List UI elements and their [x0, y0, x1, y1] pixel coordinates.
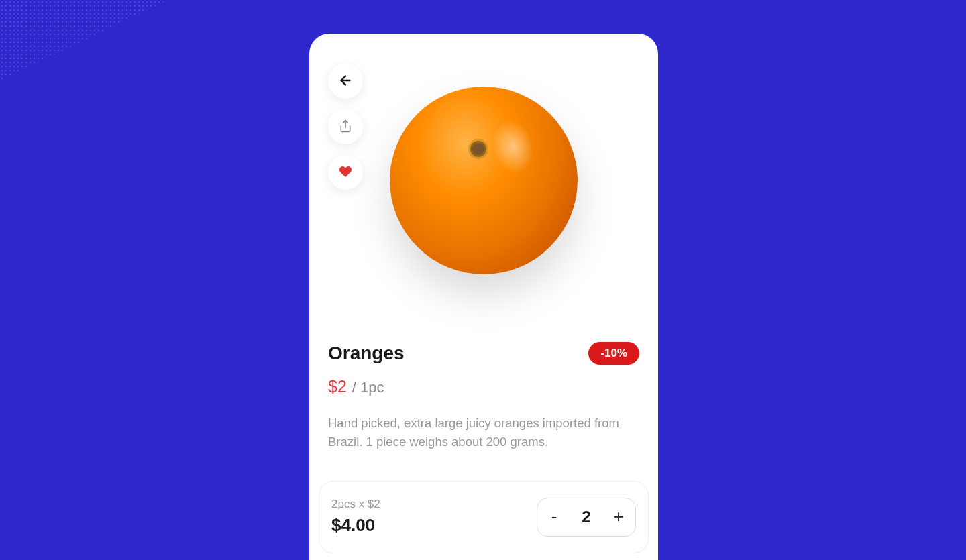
share-icon [339, 119, 352, 135]
action-buttons-column [328, 64, 363, 190]
discount-badge: -10% [588, 342, 639, 365]
back-arrow-icon [338, 73, 353, 90]
decrement-button[interactable]: - [537, 498, 571, 536]
product-title: Oranges [328, 343, 405, 364]
favorite-button[interactable] [328, 155, 363, 190]
title-row: Oranges -10% [328, 342, 639, 365]
cart-breakdown: 2pcs x $2 [331, 498, 380, 511]
quantity-stepper: - 2 + [537, 498, 636, 537]
product-description: Hand picked, extra large juicy oranges i… [328, 414, 639, 451]
product-detail-card: Oranges -10% $2 / 1pc Hand picked, extra… [309, 34, 658, 560]
quantity-value: 2 [571, 508, 602, 526]
heart-icon [339, 165, 352, 180]
cart-info: 2pcs x $2 $4.00 [331, 498, 380, 536]
cart-section: 2pcs x $2 $4.00 - 2 + [319, 481, 649, 553]
price-amount: $2 [328, 377, 347, 396]
price-row: $2 / 1pc [328, 377, 639, 396]
background-texture [0, 0, 168, 80]
price-unit: / 1pc [352, 379, 384, 396]
product-image [390, 87, 578, 274]
back-button[interactable] [328, 64, 363, 99]
cart-total: $4.00 [331, 515, 380, 536]
content-section: Oranges -10% $2 / 1pc Hand picked, extra… [309, 321, 658, 451]
hero-section [309, 34, 658, 321]
share-button[interactable] [328, 109, 363, 144]
increment-button[interactable]: + [602, 498, 635, 536]
